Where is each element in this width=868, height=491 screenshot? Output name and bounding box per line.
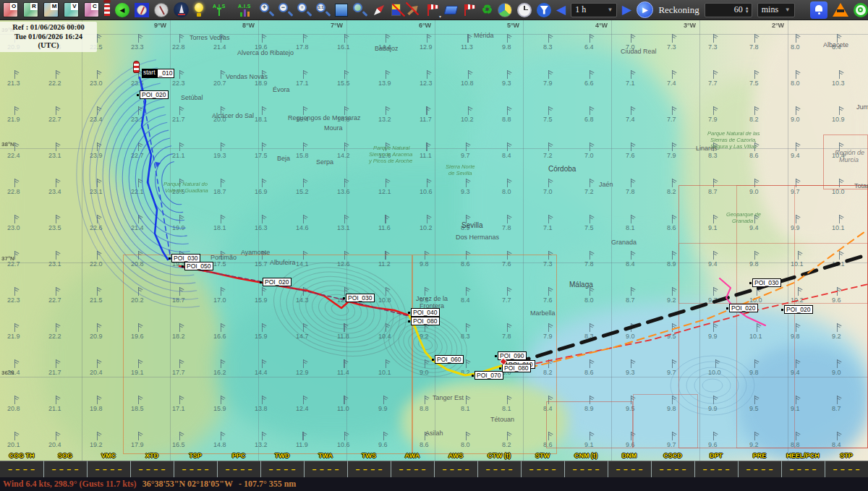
- instrument-value-box[interactable]: – – – –: [564, 461, 608, 477]
- globe-icon[interactable]: [498, 3, 512, 17]
- place-name: Serpa: [316, 158, 333, 166]
- instrument-label: CTW (t): [477, 451, 521, 461]
- zoom-out-icon[interactable]: −: [278, 3, 292, 17]
- instrument-value-box[interactable]: – – – –: [391, 461, 434, 477]
- compass-needle-icon[interactable]: [372, 3, 386, 17]
- currents-off-icon[interactable]: [406, 3, 420, 17]
- instrument-value-box[interactable]: – – – –: [825, 461, 868, 477]
- chart-thumb-c-button[interactable]: C: [84, 2, 99, 17]
- grib-play-button[interactable]: ▶: [637, 1, 653, 18]
- chart-thumb-m-button[interactable]: M: [43, 2, 59, 17]
- chart-letter: R: [30, 3, 38, 10]
- instrument-value-box[interactable]: – – – –: [174, 461, 217, 477]
- poi-label[interactable]: POI_030: [346, 294, 375, 302]
- instrument-value-box[interactable]: – – – –: [260, 461, 304, 477]
- reckoning-unit-select[interactable]: mins▼: [757, 3, 795, 17]
- poi-label[interactable]: POI_080: [411, 317, 440, 325]
- instrument-value-box[interactable]: – – – –: [608, 461, 651, 477]
- poi-label[interactable]: POI_020: [263, 278, 292, 286]
- instrument-value-box[interactable]: – – – –: [521, 461, 564, 477]
- place-name: Tétouan: [490, 416, 514, 423]
- instrument-value-box[interactable]: – – – –: [0, 461, 43, 477]
- poi-label[interactable]: POI_030: [752, 278, 781, 287]
- bulb-icon[interactable]: [194, 3, 204, 17]
- route-red-dashed[interactable]: [516, 284, 868, 367]
- boat-instruments-icon[interactable]: [174, 2, 189, 17]
- instrument-cell: COG TH– – – –: [0, 451, 43, 477]
- place-name: Totana: [854, 182, 868, 189]
- chart-thumb-v-button[interactable]: V: [64, 2, 79, 17]
- isochrone-arc-gray: [286, 267, 393, 351]
- instrument-value-box[interactable]: – – – –: [781, 461, 825, 477]
- instrument-label: CSCD: [651, 451, 694, 461]
- place-name: Granada: [611, 239, 637, 246]
- chart-canvas[interactable]: 10°W9°W8°W7°W6°W5°W4°W3°W2°W39°N38°N37°N…: [0, 20, 868, 461]
- chart-thumb-r-button[interactable]: R: [23, 2, 38, 17]
- instrument-value-box[interactable]: – – – –: [694, 461, 738, 477]
- place-name: Tanger Est: [433, 394, 464, 401]
- target-button[interactable]: [854, 3, 868, 17]
- windsock-icon[interactable]: ▾: [425, 3, 440, 17]
- poi-label[interactable]: POI_060: [435, 355, 464, 364]
- compass-blue-icon[interactable]: [135, 3, 149, 17]
- route-black-dashed[interactable]: [515, 255, 868, 363]
- instrument-value-box[interactable]: – – – –: [217, 461, 260, 477]
- grib-zoom-icon[interactable]: [353, 3, 367, 17]
- instrument-value-box[interactable]: – – – –: [130, 461, 174, 477]
- place-name: Mérida: [474, 32, 494, 39]
- place-name: Asilah: [425, 430, 443, 437]
- zoom-1-1-icon[interactable]: 1:1: [316, 3, 330, 17]
- grib-prev-button[interactable]: ◀: [556, 1, 566, 19]
- place-name: Sevilla: [461, 221, 482, 229]
- poi-label[interactable]: POI_020: [729, 304, 758, 312]
- instrument-value-box[interactable]: – – – –: [304, 461, 347, 477]
- poi-label[interactable]: POI_050: [184, 262, 213, 270]
- place-name: Dos Hermanas: [456, 234, 499, 241]
- instrument-value-box[interactable]: – – – –: [738, 461, 781, 477]
- route-red[interactable]: [179, 266, 409, 315]
- lighthouse-icon[interactable]: [104, 1, 110, 19]
- zoom-in-icon[interactable]: +: [260, 3, 273, 17]
- boat-icon[interactable]: [133, 61, 140, 73]
- alarms-button[interactable]: [810, 1, 827, 19]
- instrument-value-box[interactable]: – – – –: [651, 461, 694, 477]
- poi-label[interactable]: POI_080: [502, 364, 531, 372]
- poi-label[interactable]: POI_040: [411, 308, 440, 317]
- selection-zone-icon[interactable]: [335, 4, 348, 17]
- poi-label[interactable]: POI_020: [140, 90, 169, 99]
- poi-label[interactable]: POI_070: [475, 371, 503, 380]
- windsock2-icon[interactable]: [462, 3, 477, 17]
- route-orange-dashed[interactable]: [518, 230, 867, 370]
- poi-label[interactable]: POI_020: [784, 305, 813, 314]
- route-purple-dashed[interactable]: [181, 267, 409, 316]
- compass-gray-icon[interactable]: [154, 3, 169, 17]
- instrument-value-box[interactable]: – – – –: [477, 461, 521, 477]
- ais-list-icon[interactable]: A.I.S: [234, 1, 255, 19]
- instrument-value-box[interactable]: – – – –: [87, 461, 130, 477]
- grib-next-button[interactable]: ▶: [622, 1, 631, 19]
- place-name: Ciudad Real: [621, 48, 657, 55]
- clock-icon[interactable]: [517, 3, 532, 17]
- start-poi-label[interactable]: start_010: [142, 69, 174, 78]
- chart-thumb-o-button[interactable]: O: [3, 2, 18, 17]
- ais-targets-icon[interactable]: A.I.S: [209, 1, 229, 19]
- instrument-value-box[interactable]: – – – –: [434, 461, 477, 477]
- recycle-icon[interactable]: ♻: [482, 1, 493, 19]
- instrument-value-box[interactable]: – – – –: [43, 461, 87, 477]
- zoom-fit-icon[interactable]: ▫: [297, 3, 311, 17]
- chart-letter: V: [71, 3, 78, 10]
- place-name: Reguengos de Monsaraz: [288, 114, 361, 121]
- grib-open-icon[interactable]: ◀: [115, 3, 129, 17]
- reckoning-spinbox[interactable]: 60▲▼: [705, 3, 752, 17]
- park-name: Sierra Norte: [446, 163, 475, 170]
- park-name: de Sevilla: [448, 170, 472, 176]
- grib-layers-icon[interactable]: [445, 1, 457, 19]
- filter-icon[interactable]: [537, 3, 551, 17]
- timestep-select[interactable]: 1 h▼: [571, 3, 617, 17]
- reference-time-box: Ref : 01/06/2026 00:00 Tue 01/06/2026 16…: [0, 22, 97, 52]
- status-route: - 107.7° 355 nm: [239, 479, 296, 490]
- warning-button[interactable]: [833, 3, 848, 17]
- instrument-label: TSP: [174, 451, 217, 461]
- signals-off-icon[interactable]: [391, 4, 401, 16]
- instrument-value-box[interactable]: – – – –: [347, 461, 391, 477]
